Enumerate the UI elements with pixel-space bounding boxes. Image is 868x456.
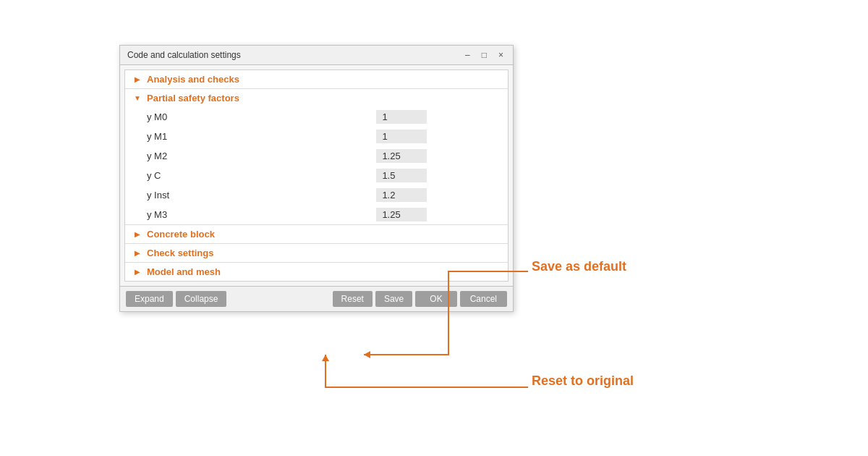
param-name-ym2: y M2	[125, 146, 354, 166]
label-model-mesh: Model and mesh	[147, 266, 221, 277]
table-row: y M2 1.25	[125, 146, 508, 166]
section-check-settings[interactable]: ▶ Check settings	[125, 244, 508, 262]
param-value-yc: 1.5	[354, 166, 508, 185]
collapse-button[interactable]: Collapse	[176, 291, 227, 307]
param-name-yinst: y Inst	[125, 185, 354, 205]
param-value-ym1: 1	[354, 127, 508, 146]
ok-button[interactable]: OK	[415, 291, 456, 307]
value-cell-yinst: 1.2	[376, 188, 427, 202]
save-as-default-label: Save as default	[532, 259, 626, 274]
arrow-partial-safety: ▼	[132, 93, 142, 104]
save-default-text: Save as default	[532, 259, 626, 274]
close-button[interactable]: ×	[496, 50, 506, 60]
dialog-window: Code and calculation settings – □ × ▶ An…	[119, 45, 514, 312]
footer-right-buttons: Reset Save OK Cancel	[333, 291, 507, 307]
param-value-ym0: 1	[354, 107, 508, 127]
param-name-yc: y C	[125, 166, 354, 185]
reset-button[interactable]: Reset	[333, 291, 373, 307]
footer-left-buttons: Expand Collapse	[126, 291, 226, 307]
arrow-check-settings: ▶	[132, 248, 142, 258]
label-concrete-block: Concrete block	[147, 229, 215, 240]
reset-original-text: Reset to original	[532, 373, 634, 388]
svg-marker-1	[322, 355, 329, 361]
title-bar-controls: – □ ×	[463, 50, 506, 60]
param-value-yinst: 1.2	[354, 185, 508, 205]
arrow-model-mesh: ▶	[132, 267, 142, 277]
table-row: y M1 1	[125, 127, 508, 146]
dialog-title: Code and calculation settings	[127, 50, 241, 60]
section-concrete-block[interactable]: ▶ Concrete block	[125, 225, 508, 243]
table-row: y M3 1.25	[125, 205, 508, 224]
value-cell-ym0: 1	[376, 110, 427, 124]
reset-to-original-label: Reset to original	[532, 373, 634, 389]
table-row: y Inst 1.2	[125, 185, 508, 205]
table-row: y C 1.5	[125, 166, 508, 185]
param-value-ym2: 1.25	[354, 146, 508, 166]
param-value-ym3: 1.25	[354, 205, 508, 224]
dialog-footer: Expand Collapse Reset Save OK Cancel	[120, 286, 513, 311]
minimize-button[interactable]: –	[463, 50, 472, 60]
section-partial-safety[interactable]: ▼ Partial safety factors	[125, 89, 508, 107]
dialog-content: ▶ Analysis and checks ▼ Partial safety f…	[124, 69, 509, 282]
param-name-ym1: y M1	[125, 127, 354, 146]
section-model-mesh[interactable]: ▶ Model and mesh	[125, 263, 508, 281]
svg-marker-0	[364, 351, 370, 358]
param-name-ym3: y M3	[125, 205, 354, 224]
table-row: y M0 1	[125, 107, 508, 127]
value-cell-ym1: 1	[376, 130, 427, 143]
maximize-button[interactable]: □	[480, 50, 489, 60]
label-partial-safety: Partial safety factors	[147, 93, 239, 104]
title-bar: Code and calculation settings – □ ×	[120, 46, 513, 65]
section-analysis-checks[interactable]: ▶ Analysis and checks	[125, 70, 508, 88]
save-button[interactable]: Save	[375, 291, 412, 307]
value-cell-yc: 1.5	[376, 169, 427, 182]
arrow-concrete-block: ▶	[132, 229, 142, 240]
label-analysis-checks: Analysis and checks	[147, 74, 239, 85]
value-cell-ym2: 1.25	[376, 149, 427, 163]
value-cell-ym3: 1.25	[376, 208, 427, 221]
expand-button[interactable]: Expand	[126, 291, 173, 307]
cancel-button[interactable]: Cancel	[460, 291, 507, 307]
arrow-analysis-checks: ▶	[132, 75, 142, 85]
label-check-settings: Check settings	[147, 248, 213, 258]
param-name-ym0: y M0	[125, 107, 354, 127]
params-table: y M0 1 y M1 1 y M2 1.25	[125, 107, 508, 224]
